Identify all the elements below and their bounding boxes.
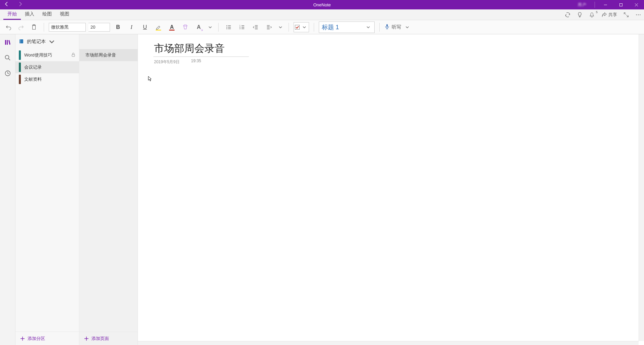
svg-text:3: 3 (239, 28, 240, 30)
forward-icon[interactable] (17, 1, 23, 8)
pages-header-spacer (79, 34, 138, 49)
minimize-button[interactable] (598, 0, 613, 9)
font-color-button[interactable]: A (166, 22, 177, 32)
section-item[interactable]: Word使用技巧 (15, 49, 79, 61)
svg-point-13 (5, 55, 9, 59)
vertical-scrollbar[interactable] (639, 34, 644, 341)
divider (314, 23, 314, 32)
lightbulb-icon[interactable] (577, 12, 583, 18)
page-label: 市场部周会录音 (85, 52, 116, 58)
pages-panel: 市场部周会录音 添加页面 (79, 34, 138, 345)
menu-tab-draw[interactable]: 绘图 (38, 9, 56, 20)
fullscreen-icon[interactable] (623, 12, 629, 18)
title-underline (153, 56, 249, 57)
numbered-list-button[interactable]: 123 (237, 22, 248, 32)
divider (218, 23, 219, 32)
divider (289, 23, 289, 32)
recent-icon[interactable] (4, 70, 11, 78)
undo-button[interactable] (3, 22, 13, 32)
user-name[interactable]: 用户 (578, 2, 586, 8)
menu-bar: 开始 插入 绘图 视图 5 共享 (0, 9, 644, 20)
back-icon[interactable] (4, 1, 9, 8)
outdent-button[interactable] (250, 22, 261, 32)
highlight-button[interactable] (153, 22, 164, 32)
svg-rect-16 (20, 39, 21, 43)
cursor-icon (148, 76, 152, 83)
section-label: Word使用技巧 (24, 52, 52, 58)
redo-button[interactable] (16, 22, 26, 32)
chevron-down-icon (301, 26, 308, 29)
divider (379, 23, 380, 32)
todo-tag-button[interactable] (294, 22, 309, 32)
section-item[interactable]: 文献资料 (15, 73, 79, 85)
svg-rect-12 (386, 24, 388, 27)
bullet-list-button[interactable] (223, 22, 234, 32)
microphone-icon (384, 24, 390, 30)
divider (595, 2, 595, 8)
section-color (19, 75, 21, 84)
svg-point-6 (226, 25, 227, 26)
page-item[interactable]: 市场部周会录音 (79, 49, 138, 61)
app-title: OneNote (313, 2, 331, 7)
page-date: 2019年5月9日 (154, 59, 180, 65)
font-size-input[interactable]: 20 (88, 23, 110, 32)
notebook-icon (19, 39, 24, 45)
section-item[interactable]: 会议记录 (15, 61, 79, 73)
notebook-selector[interactable]: 的笔记本 (15, 34, 79, 49)
chevron-down-icon (48, 39, 55, 44)
underline-button[interactable]: U (140, 22, 150, 32)
checkmark-icon (295, 25, 300, 30)
clipboard-button[interactable] (29, 22, 39, 32)
section-color (19, 63, 21, 72)
maximize-button[interactable] (613, 0, 629, 9)
more-icon[interactable] (635, 12, 641, 18)
clear-format-button[interactable] (180, 22, 191, 32)
heading-style-select[interactable]: 标题 1 (319, 22, 375, 33)
svg-point-1 (636, 14, 637, 15)
share-button[interactable]: 共享 (601, 12, 617, 18)
title-bar: OneNote 用户 (0, 0, 644, 9)
close-button[interactable] (629, 0, 644, 9)
sync-icon[interactable] (565, 12, 571, 18)
bell-icon[interactable]: 5 (589, 12, 595, 18)
nav-rail (0, 34, 15, 345)
svg-rect-0 (619, 3, 622, 6)
svg-point-7 (226, 27, 227, 27)
bold-button[interactable]: B (113, 22, 123, 32)
chevron-down-icon (365, 26, 372, 29)
menu-tab-view[interactable]: 视图 (56, 9, 73, 20)
svg-point-8 (226, 28, 227, 29)
note-canvas[interactable]: 市场部周会录音 2019年5月9日 19:35 (138, 34, 644, 345)
section-label: 文献资料 (24, 76, 42, 82)
italic-button[interactable]: I (126, 22, 137, 32)
indent-button[interactable] (264, 22, 274, 32)
notification-badge: 5 (596, 10, 598, 14)
page-time: 19:35 (191, 59, 201, 63)
section-color (19, 50, 21, 60)
notebook-name: 的笔记本 (27, 39, 46, 45)
section-label: 会议记录 (24, 64, 42, 70)
notebooks-icon[interactable] (4, 39, 11, 47)
svg-point-2 (638, 14, 639, 15)
menu-tab-home[interactable]: 开始 (3, 9, 21, 20)
add-page-button[interactable]: 添加页面 (79, 332, 138, 345)
font-more-dropdown[interactable] (207, 26, 214, 29)
dictate-dropdown[interactable] (404, 26, 411, 29)
format-painter-button[interactable]: A (193, 22, 204, 32)
dictate-button[interactable]: 听写 (384, 24, 401, 30)
page-title[interactable]: 市场部周会录音 (154, 42, 245, 55)
add-section-button[interactable]: 添加分区 (15, 332, 79, 345)
sections-panel: 的笔记本 Word使用技巧 会议记录 文献资料 添加分区 (15, 34, 79, 345)
svg-rect-17 (72, 54, 75, 56)
ribbon: 微软雅黑 20 B I U A A 123 标题 1 听写 (0, 20, 644, 34)
search-icon[interactable] (4, 54, 11, 63)
lock-icon (71, 52, 76, 58)
paragraph-more-dropdown[interactable] (277, 26, 284, 29)
svg-point-3 (640, 14, 640, 15)
horizontal-scrollbar[interactable] (138, 341, 639, 345)
font-name-input[interactable]: 微软雅黑 (49, 23, 86, 32)
divider (44, 23, 44, 32)
menu-tab-insert[interactable]: 插入 (21, 9, 38, 20)
